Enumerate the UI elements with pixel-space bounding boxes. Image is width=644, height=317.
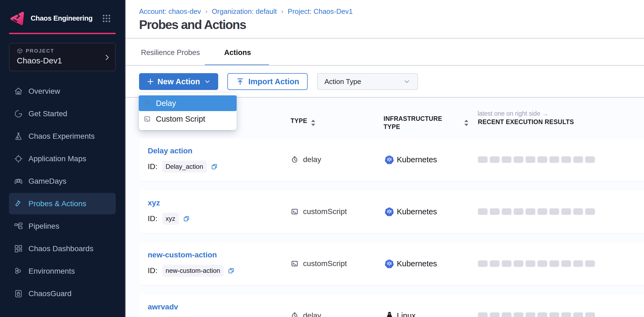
project-selector[interactable]: PROJECT Chaos-Dev1 — [9, 43, 116, 71]
action-name-link[interactable]: awrvadv — [148, 303, 178, 311]
terminal-icon — [291, 208, 299, 216]
toolbar: New Action Import Action Action Type — [139, 73, 418, 90]
sidebar-item-chaosguard[interactable]: ChaosGuard — [9, 283, 116, 304]
execution-placeholder — [549, 312, 559, 317]
sidebar-item-pipelines[interactable]: Pipelines — [9, 215, 116, 237]
execution-placeholder — [585, 208, 595, 215]
execution-placeholder — [573, 208, 583, 215]
execution-placeholder — [514, 208, 523, 215]
infrastructure-text: Kubernetes — [397, 155, 437, 164]
stopwatch-icon — [143, 99, 151, 107]
kubernetes-icon — [385, 155, 394, 164]
recent-executions-cell — [478, 190, 595, 233]
breadcrumb-link-1[interactable]: Organization: default — [212, 7, 277, 16]
app-grid-icon[interactable] — [102, 14, 111, 23]
copy-icon[interactable] — [183, 215, 190, 222]
sidebar-item-overview[interactable]: Overview — [9, 80, 116, 102]
action-name-link[interactable]: new-custom-action — [148, 251, 217, 259]
terminal-icon — [143, 115, 151, 123]
sidebar-item-label: Environments — [28, 267, 75, 276]
app-root: Chaos Engineering PROJECT Chaos-Dev1 Ove… — [0, 0, 644, 317]
execution-placeholder — [502, 312, 511, 317]
execution-placeholder — [585, 312, 595, 317]
results-note: latest one on right side → — [478, 110, 548, 117]
sidebar-item-label: Probes & Actions — [28, 199, 86, 208]
terminal-icon — [291, 260, 299, 268]
action-type-cell: delay — [291, 294, 321, 317]
execution-placeholder — [502, 260, 511, 267]
execution-placeholder — [478, 208, 488, 215]
sidebar-item-probes-actions[interactable]: Probes & Actions — [9, 193, 116, 214]
action-name-link[interactable]: xyz — [148, 199, 160, 207]
breadcrumb-link-0[interactable]: Account: chaos-dev — [139, 7, 201, 16]
menu-item-label: Delay — [156, 99, 176, 108]
infrastructure-text: Kubernetes — [397, 259, 437, 268]
hexagons-icon — [14, 266, 23, 276]
execution-placeholder — [490, 260, 500, 267]
infrastructure-cell: Linux — [385, 294, 416, 317]
action-row-xyz: xyzID:xyzcustomScriptKubernetes — [139, 190, 644, 233]
sidebar-item-application-maps[interactable]: Application Maps — [9, 148, 116, 169]
execution-placeholder — [478, 312, 488, 317]
home-icon — [14, 86, 23, 96]
execution-placeholder — [561, 312, 571, 317]
new-action-button[interactable]: New Action — [139, 73, 218, 90]
execution-placeholder — [526, 208, 535, 215]
action-type-cell: customScript — [291, 190, 347, 233]
execution-placeholder — [490, 156, 500, 163]
menu-item-custom-script[interactable]: Custom Script — [139, 111, 237, 127]
import-action-button[interactable]: Import Action — [227, 73, 308, 90]
execution-placeholder — [537, 156, 547, 163]
execution-placeholder — [549, 260, 559, 267]
flask-icon — [14, 131, 23, 141]
breadcrumb-link-2[interactable]: Project: Chaos-Dev1 — [288, 7, 353, 16]
sidebar: Chaos Engineering PROJECT Chaos-Dev1 Ove… — [0, 0, 125, 317]
column-header-type[interactable]: TYPE — [291, 117, 307, 125]
project-chevron-right-icon — [103, 54, 111, 61]
gamepad-icon — [14, 176, 23, 186]
execution-placeholder — [549, 156, 559, 163]
app-title: Chaos Engineering — [31, 14, 102, 22]
column-header-infrastructure-type[interactable]: INFRASTRUCTURE TYPE — [384, 115, 442, 131]
action-row-awrvadv: awrvadvID:awrvadvdelayLinux — [139, 294, 644, 317]
id-label: ID: — [148, 162, 157, 171]
menu-item-delay[interactable]: Delay — [139, 95, 237, 111]
sidebar-item-get-started[interactable]: Get Started — [9, 103, 116, 124]
action-type-select[interactable]: Action Type — [317, 73, 418, 90]
kubernetes-icon — [385, 259, 394, 268]
project-box-icon — [17, 48, 23, 54]
execution-placeholder — [561, 260, 571, 267]
execution-placeholder — [478, 156, 488, 163]
execution-placeholder — [526, 156, 535, 163]
copy-icon[interactable] — [228, 267, 235, 274]
action-id-line: ID:Delay_action — [148, 161, 218, 173]
probe-icon — [14, 199, 23, 209]
sidebar-item-label: Chaos Dashboards — [28, 244, 94, 253]
sidebar-item-environments[interactable]: Environments — [9, 260, 116, 282]
action-id-value: new-custom-action — [162, 265, 224, 277]
column-header-results: RECENT EXECUTION RESULTS — [478, 118, 574, 126]
execution-placeholder — [585, 156, 595, 163]
tab-actions[interactable]: Actions — [224, 48, 251, 57]
execution-placeholder — [549, 208, 559, 215]
infrastructure-text: Kubernetes — [397, 207, 437, 216]
execution-placeholder — [537, 260, 547, 267]
execution-placeholder — [526, 312, 535, 317]
execution-placeholder — [573, 312, 583, 317]
action-name-link[interactable]: Delay action — [148, 147, 192, 155]
execution-placeholder — [561, 208, 571, 215]
page-title: Probes and Actions — [139, 17, 246, 32]
sort-icon-type[interactable] — [310, 119, 316, 126]
tab-label: Actions — [224, 48, 251, 57]
lock-icon — [14, 289, 23, 299]
sort-icon-infrastructure[interactable] — [463, 119, 469, 126]
execution-placeholder — [514, 260, 523, 267]
sidebar-item-gamedays[interactable]: GameDays — [9, 170, 116, 192]
action-type-text: customScript — [303, 259, 347, 268]
sidebar-item-chaos-dashboards[interactable]: Chaos Dashboards — [9, 238, 116, 259]
sidebar-item-chaos-experiments[interactable]: Chaos Experiments — [9, 125, 116, 147]
copy-icon[interactable] — [211, 163, 218, 170]
tab-resilience-probes[interactable]: Resilience Probes — [141, 48, 200, 57]
crosshair-icon — [14, 154, 23, 164]
execution-placeholder — [537, 208, 547, 215]
